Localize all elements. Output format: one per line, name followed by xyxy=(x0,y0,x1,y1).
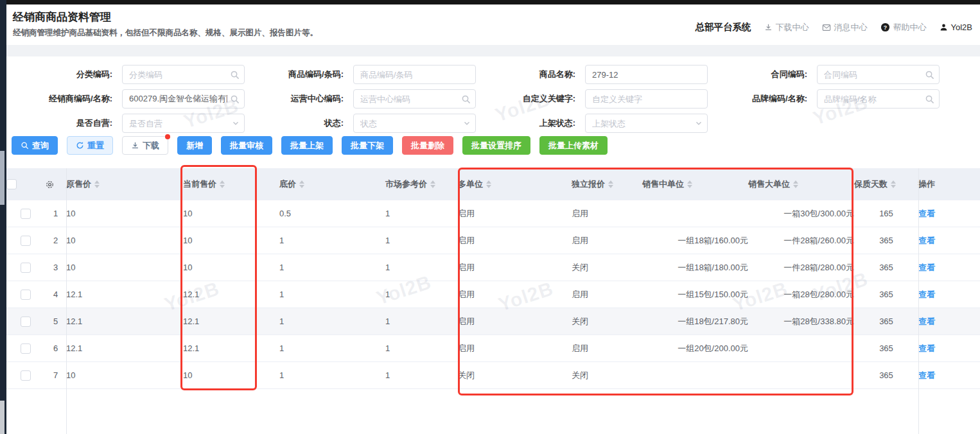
column-label: 多单位 xyxy=(458,178,483,190)
cell-floor-price: 1 xyxy=(279,317,284,326)
table-row: 512.112.111启用关闭一组18包/217.80元一箱28包/338.80… xyxy=(6,308,980,335)
batch-off-shelf-button[interactable]: 批量下架 xyxy=(342,136,393,155)
filter-select-shelf-status[interactable] xyxy=(585,114,708,133)
download-icon xyxy=(131,141,139,150)
view-link[interactable]: 查看 xyxy=(918,370,935,380)
cell-market-ref-price: 1 xyxy=(385,209,390,218)
nav-link-download-center[interactable]: 下载中心 xyxy=(764,22,809,33)
filter-input-custom-keyword[interactable] xyxy=(585,89,708,108)
row-checkbox[interactable] xyxy=(21,209,31,219)
nav-link-message-center[interactable]: 消息中心 xyxy=(822,22,868,33)
row-checkbox[interactable] xyxy=(21,236,31,246)
fixed-right-column-divider xyxy=(918,168,919,434)
mail-icon xyxy=(822,23,831,32)
row-checkbox[interactable] xyxy=(21,290,31,300)
page-subtitle: 经销商管理维护商品基础资料，包括但不限商品名称、规格、展示图片、报告图片等。 xyxy=(13,28,318,39)
cell-independent-quote: 启用 xyxy=(572,343,588,353)
batch-audit-button[interactable]: 批量审核 xyxy=(221,136,272,155)
view-link[interactable]: 查看 xyxy=(918,317,935,326)
column-header-multi-unit[interactable]: 多单位 xyxy=(458,168,572,200)
filter-input-brand-code-name[interactable] xyxy=(817,89,940,108)
filter-input-product-code-barcode[interactable] xyxy=(353,65,476,84)
column-header-mid-sale-unit[interactable]: 销售中单位 xyxy=(642,168,748,200)
sort-caret-icon[interactable] xyxy=(299,180,304,188)
cell-shelf-days: 365 xyxy=(879,343,893,353)
filter-input-operation-center-code[interactable] xyxy=(353,89,476,108)
cell-floor-price: 1 xyxy=(279,370,284,380)
filter-input-contract-code[interactable] xyxy=(817,65,940,84)
sort-caret-icon[interactable] xyxy=(486,180,491,188)
filter-label: 分类编码: xyxy=(13,69,112,80)
column-label: 独立报价 xyxy=(572,178,605,190)
sort-caret-icon[interactable] xyxy=(891,180,896,188)
column-header-shelf-days[interactable]: 保质天数 xyxy=(854,168,918,200)
cell-market-ref-price: 1 xyxy=(385,370,390,380)
sidebar-scroll-thumb[interactable] xyxy=(0,151,4,205)
search-icon xyxy=(21,141,29,150)
cell-index: 1 xyxy=(53,209,58,218)
row-checkbox[interactable] xyxy=(21,263,31,273)
row-checkbox[interactable] xyxy=(21,370,31,381)
batch-set-sort-button[interactable]: 批量设置排序 xyxy=(462,136,530,155)
cell-independent-quote: 启用 xyxy=(572,236,588,245)
filter-select-status[interactable] xyxy=(353,114,476,133)
batch-delete-button[interactable]: 批量删除 xyxy=(402,136,453,155)
cell-independent-quote: 关闭 xyxy=(572,370,588,380)
page-title: 经销商商品资料管理 xyxy=(13,10,111,24)
row-checkbox[interactable] xyxy=(21,317,31,327)
filter-field-product-code-barcode: 商品编码/条码: xyxy=(244,65,470,84)
add-button[interactable]: 新增 xyxy=(177,136,212,155)
batch-upload-material-button[interactable]: 批量上传素材 xyxy=(539,136,608,155)
column-header-independent-quote[interactable]: 独立报价 xyxy=(572,168,642,200)
filter-label: 商品编码/条码: xyxy=(244,69,344,80)
nav-link-user[interactable]: Yol2B xyxy=(940,22,973,32)
column-label: 销售中单位 xyxy=(642,178,684,190)
top-navigation: 总部平台系统 下载中心 消息中心 ? 帮助中心 Yol2B xyxy=(696,21,973,33)
view-link[interactable]: 查看 xyxy=(918,343,935,353)
column-label: 操作 xyxy=(918,178,935,190)
cell-shelf-days: 165 xyxy=(879,209,893,218)
svg-text:?: ? xyxy=(883,24,886,31)
view-link[interactable]: 查看 xyxy=(918,263,935,272)
reset-button[interactable]: 重置 xyxy=(67,136,113,155)
column-header-market-ref-price[interactable]: 市场参考价 xyxy=(385,168,458,200)
cell-large-sale-unit: 一箱28包/280.00元 xyxy=(783,290,854,299)
download-button[interactable]: 下载 xyxy=(122,136,168,155)
filter-select-self-operated[interactable] xyxy=(122,114,245,133)
cell-shelf-days: 365 xyxy=(879,290,893,299)
batch-on-shelf-button[interactable]: 批量上架 xyxy=(281,136,333,155)
column-header-large-sale-unit[interactable]: 销售大单位 xyxy=(748,168,854,200)
cell-original-price: 10 xyxy=(66,209,75,218)
cell-multi-unit: 启用 xyxy=(458,343,475,353)
filter-label: 合同编码: xyxy=(708,69,807,80)
sort-caret-icon[interactable] xyxy=(608,180,613,188)
sort-caret-icon[interactable] xyxy=(793,180,798,188)
cell-current-price: 10 xyxy=(183,209,192,218)
cell-current-price: 10 xyxy=(183,236,192,245)
sort-caret-icon[interactable] xyxy=(220,180,225,188)
cell-index: 4 xyxy=(53,290,58,299)
sort-caret-icon[interactable] xyxy=(94,180,100,188)
cell-market-ref-price: 1 xyxy=(385,343,390,353)
view-link[interactable]: 查看 xyxy=(918,209,935,218)
cell-original-price: 10 xyxy=(66,263,75,272)
sort-caret-icon[interactable] xyxy=(430,180,435,188)
filter-input-product-name[interactable] xyxy=(585,65,708,84)
nav-link-help-center[interactable]: ? 帮助中心 xyxy=(880,22,927,33)
query-button[interactable]: 查询 xyxy=(12,136,58,155)
cell-index: 6 xyxy=(53,343,58,353)
view-link[interactable]: 查看 xyxy=(918,290,935,299)
cell-current-price: 12.1 xyxy=(183,343,199,353)
column-header-floor-price[interactable]: 底价 xyxy=(279,168,385,200)
filter-input-dealer-code-name[interactable] xyxy=(122,89,245,108)
refresh-icon xyxy=(76,141,84,150)
sort-caret-icon[interactable] xyxy=(687,180,692,188)
gear-icon[interactable] xyxy=(45,180,55,189)
view-link[interactable]: 查看 xyxy=(918,236,935,245)
cell-index: 3 xyxy=(53,263,58,272)
column-header-original-price[interactable]: 原售价 xyxy=(66,168,183,200)
select-all-checkbox[interactable] xyxy=(6,179,17,189)
column-header-current-price[interactable]: 当前售价 xyxy=(183,168,279,200)
row-checkbox[interactable] xyxy=(21,343,31,354)
filter-input-category-code[interactable] xyxy=(122,65,245,84)
